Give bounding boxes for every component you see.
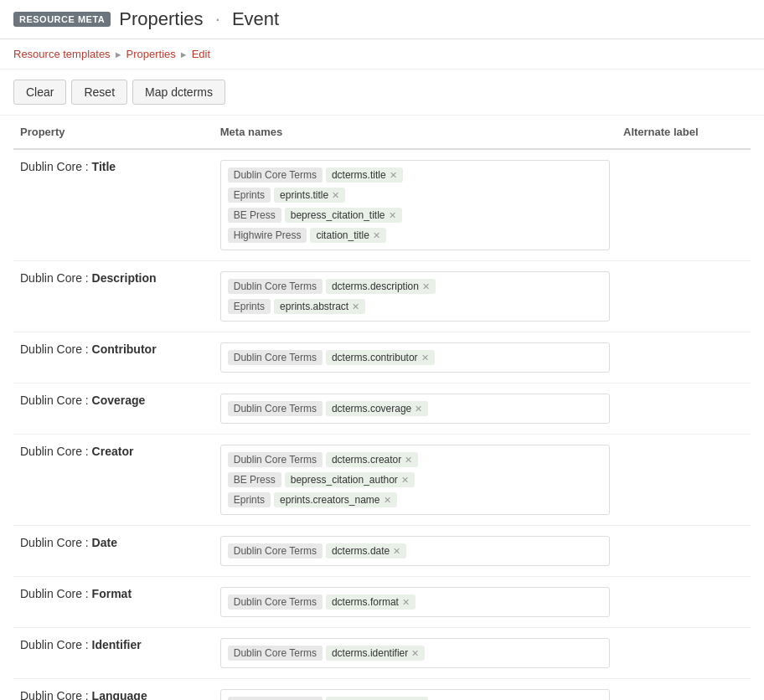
- title-event: Event: [232, 8, 279, 29]
- alternate-label-cell: [617, 628, 751, 679]
- meta-names-cell: Dublin Core Termsdcterms.contributor✕: [214, 332, 617, 383]
- toolbar: Clear Reset Map dcterms: [0, 69, 764, 116]
- meta-tag-row: Dublin Core Termsdcterms.description✕: [228, 279, 602, 294]
- property-cell: Dublin Core : Creator: [13, 435, 214, 526]
- table-header-row: Property Meta names Alternate label: [13, 116, 751, 149]
- meta-tag-row: Dublin Core Termsdcterms.format✕: [228, 594, 602, 610]
- meta-tag-row: BE Pressbepress_citation_title✕: [228, 208, 602, 223]
- remove-meta-button[interactable]: ✕: [401, 476, 409, 485]
- meta-value-tag[interactable]: bepress_citation_title✕: [285, 208, 402, 223]
- meta-value-tag[interactable]: bepress_citation_author✕: [285, 472, 415, 487]
- meta-names-cell: Dublin Core Termsdcterms.title✕Eprintsep…: [214, 149, 617, 261]
- meta-value-tag[interactable]: dcterms.language✕: [326, 697, 428, 700]
- clear-button[interactable]: Clear: [13, 80, 66, 105]
- meta-value-tag[interactable]: dcterms.date✕: [326, 543, 406, 558]
- remove-meta-button[interactable]: ✕: [422, 282, 430, 291]
- remove-meta-button[interactable]: ✕: [421, 353, 429, 363]
- meta-source-label: Dublin Core Terms: [228, 646, 323, 661]
- remove-meta-button[interactable]: ✕: [411, 649, 419, 658]
- meta-names-cell: Dublin Core Termsdcterms.identifier✕: [214, 628, 617, 679]
- meta-value-tag[interactable]: dcterms.format✕: [326, 594, 416, 610]
- meta-tag-row: Dublin Core Termsdcterms.language✕: [228, 697, 602, 700]
- remove-meta-button[interactable]: ✕: [373, 231, 380, 240]
- property-label: Dublin Core : Format: [20, 587, 132, 600]
- remove-meta-button[interactable]: ✕: [352, 302, 359, 311]
- meta-value-tag[interactable]: dcterms.description✕: [326, 279, 436, 294]
- remove-meta-button[interactable]: ✕: [405, 456, 412, 465]
- meta-value-text: dcterms.contributor: [332, 352, 418, 363]
- meta-value-text: citation_title: [316, 229, 369, 241]
- meta-names-cell: Dublin Core Termsdcterms.format✕: [214, 577, 617, 628]
- property-label: Dublin Core : Description: [20, 271, 157, 285]
- property-cell: Dublin Core : Contributor: [13, 332, 214, 383]
- meta-source-label: Dublin Core Terms: [228, 401, 323, 416]
- property-cell: Dublin Core : Date: [13, 526, 214, 577]
- meta-value-text: eprints.title: [280, 189, 328, 201]
- meta-box: Dublin Core Termsdcterms.coverage✕: [220, 394, 610, 424]
- remove-meta-button[interactable]: ✕: [390, 171, 397, 180]
- remove-meta-button[interactable]: ✕: [332, 191, 339, 200]
- page-header: RESOURCE META Properties · Event: [0, 0, 764, 39]
- remove-meta-button[interactable]: ✕: [389, 211, 396, 220]
- meta-value-tag[interactable]: citation_title✕: [310, 228, 385, 243]
- alternate-label-cell: [617, 526, 751, 577]
- meta-value-tag[interactable]: dcterms.contributor✕: [326, 350, 435, 365]
- breadcrumb-properties[interactable]: Properties: [126, 48, 176, 60]
- meta-tag-row: Dublin Core Termsdcterms.title✕: [228, 167, 602, 183]
- meta-value-tag[interactable]: eprints.creators_name✕: [274, 492, 396, 507]
- meta-source-label: Highwire Press: [228, 228, 307, 243]
- remove-meta-button[interactable]: ✕: [402, 598, 410, 607]
- table-row: Dublin Core : CoverageDublin Core Termsd…: [13, 383, 751, 435]
- meta-value-tag[interactable]: dcterms.identifier✕: [326, 646, 425, 661]
- remove-meta-button[interactable]: ✕: [393, 547, 400, 556]
- title-separator: ·: [215, 8, 220, 29]
- meta-names-cell: Dublin Core Termsdcterms.description✕Epr…: [214, 261, 617, 332]
- meta-source-label: Eprints: [228, 188, 271, 203]
- map-dcterms-button[interactable]: Map dcterms: [132, 80, 225, 105]
- meta-value-tag[interactable]: eprints.title✕: [274, 188, 345, 203]
- table-row: Dublin Core : ContributorDublin Core Ter…: [13, 332, 751, 383]
- meta-tag-row: Eprintseprints.creators_name✕: [228, 492, 602, 507]
- meta-source-label: BE Press: [228, 472, 281, 487]
- meta-value-text: eprints.abstract: [280, 301, 348, 312]
- meta-tag-row: Eprintseprints.title✕: [228, 188, 602, 203]
- meta-source-label: Eprints: [228, 492, 271, 507]
- meta-names-cell: Dublin Core Termsdcterms.coverage✕: [214, 383, 617, 435]
- breadcrumb-arrow-1: ►: [114, 49, 123, 59]
- meta-value-tag[interactable]: eprints.abstract✕: [274, 299, 365, 314]
- breadcrumb-resource-templates[interactable]: Resource templates: [13, 48, 111, 60]
- meta-box: Dublin Core Termsdcterms.language✕: [220, 689, 610, 700]
- property-cell: Dublin Core : Identifier: [13, 628, 214, 679]
- property-cell: Dublin Core : Language: [13, 679, 214, 701]
- property-label: Dublin Core : Language: [20, 689, 147, 700]
- property-cell: Dublin Core : Coverage: [13, 383, 214, 435]
- meta-names-cell: Dublin Core Termsdcterms.creator✕BE Pres…: [214, 435, 617, 526]
- meta-box: Dublin Core Termsdcterms.date✕: [220, 536, 610, 566]
- alternate-label-cell: [617, 383, 751, 435]
- meta-value-text: bepress_citation_title: [291, 209, 385, 221]
- th-alternate-label: Alternate label: [617, 116, 751, 149]
- breadcrumb-edit: Edit: [192, 48, 210, 60]
- meta-value-tag[interactable]: dcterms.creator✕: [326, 452, 418, 467]
- meta-names-cell: Dublin Core Termsdcterms.language✕: [214, 679, 617, 701]
- alternate-label-cell: [617, 435, 751, 526]
- meta-source-label: Eprints: [228, 299, 271, 314]
- meta-value-text: dcterms.format: [332, 596, 399, 608]
- property-label: Dublin Core : Contributor: [20, 342, 157, 356]
- meta-tag-row: Dublin Core Termsdcterms.date✕: [228, 543, 602, 558]
- reset-button[interactable]: Reset: [71, 80, 127, 105]
- meta-value-tag[interactable]: dcterms.coverage✕: [326, 401, 428, 416]
- property-cell: Dublin Core : Format: [13, 577, 214, 628]
- th-meta-names: Meta names: [214, 116, 617, 149]
- meta-source-label: Dublin Core Terms: [228, 543, 323, 558]
- meta-value-tag[interactable]: dcterms.title✕: [326, 167, 403, 183]
- remove-meta-button[interactable]: ✕: [384, 496, 391, 505]
- property-label: Dublin Core : Coverage: [20, 394, 145, 407]
- alternate-label-cell: [617, 261, 751, 332]
- remove-meta-button[interactable]: ✕: [415, 404, 422, 414]
- meta-box: Dublin Core Termsdcterms.creator✕BE Pres…: [220, 445, 610, 515]
- meta-box: Dublin Core Termsdcterms.format✕: [220, 587, 610, 617]
- table-row: Dublin Core : DescriptionDublin Core Ter…: [13, 261, 751, 332]
- meta-box: Dublin Core Termsdcterms.identifier✕: [220, 638, 610, 668]
- meta-value-text: dcterms.description: [332, 281, 419, 292]
